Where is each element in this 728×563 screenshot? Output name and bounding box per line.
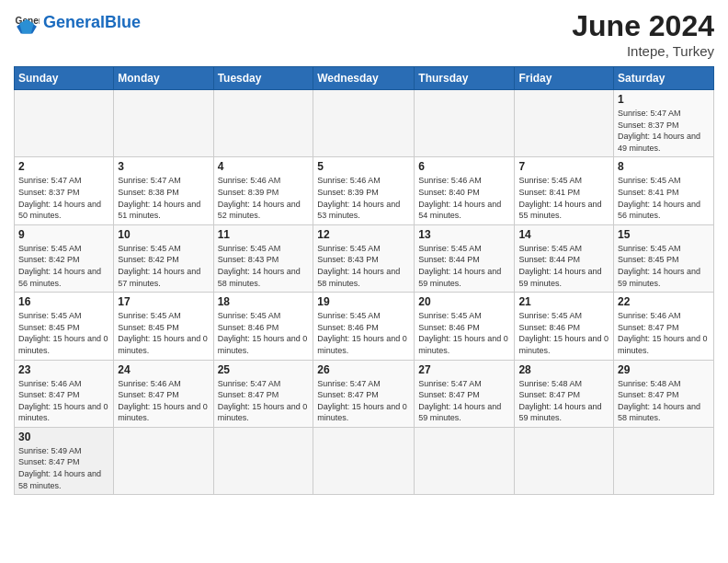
location-title: Intepe, Turkey [572, 43, 714, 59]
calendar-week-row: 30Sunrise: 5:49 AM Sunset: 8:47 PM Dayli… [15, 427, 714, 494]
day-info: Sunrise: 5:45 AM Sunset: 8:46 PM Dayligh… [218, 310, 310, 356]
day-number: 21 [518, 295, 609, 308]
header-thursday: Thursday [415, 67, 515, 90]
calendar-day-cell: 6Sunrise: 5:46 AM Sunset: 8:40 PM Daylig… [415, 157, 515, 224]
day-info: Sunrise: 5:45 AM Sunset: 8:42 PM Dayligh… [118, 243, 209, 289]
day-info: Sunrise: 5:45 AM Sunset: 8:46 PM Dayligh… [518, 310, 609, 356]
calendar-day-cell [313, 90, 415, 157]
calendar-day-cell: 17Sunrise: 5:45 AM Sunset: 8:45 PM Dayli… [114, 293, 213, 360]
logo: General GeneralBlue [14, 9, 141, 35]
day-number: 10 [118, 228, 209, 241]
calendar-day-cell: 20Sunrise: 5:45 AM Sunset: 8:46 PM Dayli… [415, 293, 515, 360]
day-number: 12 [317, 228, 410, 241]
day-info: Sunrise: 5:48 AM Sunset: 8:47 PM Dayligh… [518, 378, 609, 424]
calendar-week-row: 23Sunrise: 5:46 AM Sunset: 8:47 PM Dayli… [15, 360, 714, 427]
header-sunday: Sunday [15, 67, 114, 90]
day-info: Sunrise: 5:49 AM Sunset: 8:47 PM Dayligh… [18, 445, 109, 491]
calendar-week-row: 9Sunrise: 5:45 AM Sunset: 8:42 PM Daylig… [15, 224, 714, 292]
day-number: 24 [118, 363, 209, 376]
calendar-day-cell: 29Sunrise: 5:48 AM Sunset: 8:47 PM Dayli… [614, 360, 714, 427]
day-number: 2 [18, 160, 109, 173]
calendar-day-cell: 4Sunrise: 5:46 AM Sunset: 8:39 PM Daylig… [213, 157, 313, 224]
day-info: Sunrise: 5:45 AM Sunset: 8:44 PM Dayligh… [418, 243, 510, 289]
calendar-day-cell: 7Sunrise: 5:45 AM Sunset: 8:41 PM Daylig… [515, 157, 614, 224]
day-info: Sunrise: 5:45 AM Sunset: 8:45 PM Dayligh… [18, 310, 109, 356]
calendar-week-row: 1Sunrise: 5:47 AM Sunset: 8:37 PM Daylig… [15, 90, 714, 157]
day-number: 11 [218, 228, 310, 241]
day-number: 22 [618, 295, 710, 308]
day-number: 16 [18, 295, 109, 308]
generalblue-logo-icon: General [14, 9, 40, 35]
calendar-day-cell: 30Sunrise: 5:49 AM Sunset: 8:47 PM Dayli… [15, 427, 114, 494]
calendar-day-cell [415, 90, 515, 157]
calendar-day-cell: 14Sunrise: 5:45 AM Sunset: 8:44 PM Dayli… [515, 224, 614, 292]
day-info: Sunrise: 5:45 AM Sunset: 8:41 PM Dayligh… [518, 175, 609, 221]
calendar-day-cell: 2Sunrise: 5:47 AM Sunset: 8:37 PM Daylig… [15, 157, 114, 224]
day-info: Sunrise: 5:46 AM Sunset: 8:39 PM Dayligh… [317, 175, 410, 221]
calendar-day-cell: 18Sunrise: 5:45 AM Sunset: 8:46 PM Dayli… [213, 293, 313, 360]
calendar-day-cell: 3Sunrise: 5:47 AM Sunset: 8:38 PM Daylig… [114, 157, 213, 224]
calendar-day-cell: 10Sunrise: 5:45 AM Sunset: 8:42 PM Dayli… [114, 224, 213, 292]
day-number: 1 [618, 93, 710, 106]
title-block: June 2024 Intepe, Turkey [572, 9, 714, 59]
calendar-day-cell [15, 90, 114, 157]
header-tuesday: Tuesday [213, 67, 313, 90]
day-number: 9 [18, 228, 109, 241]
day-number: 6 [418, 160, 510, 173]
day-info: Sunrise: 5:45 AM Sunset: 8:42 PM Dayligh… [18, 243, 109, 289]
day-info: Sunrise: 5:47 AM Sunset: 8:47 PM Dayligh… [218, 378, 310, 424]
calendar-week-row: 2Sunrise: 5:47 AM Sunset: 8:37 PM Daylig… [15, 157, 714, 224]
calendar-day-cell [614, 427, 714, 494]
day-number: 18 [218, 295, 310, 308]
calendar-day-cell [313, 427, 415, 494]
calendar-day-cell: 23Sunrise: 5:46 AM Sunset: 8:47 PM Dayli… [15, 360, 114, 427]
day-info: Sunrise: 5:45 AM Sunset: 8:45 PM Dayligh… [118, 310, 209, 356]
day-number: 3 [118, 160, 209, 173]
calendar-day-cell [114, 427, 213, 494]
day-info: Sunrise: 5:45 AM Sunset: 8:41 PM Dayligh… [618, 175, 710, 221]
day-number: 26 [317, 363, 410, 376]
day-info: Sunrise: 5:47 AM Sunset: 8:47 PM Dayligh… [317, 378, 410, 424]
day-number: 5 [317, 160, 410, 173]
day-info: Sunrise: 5:46 AM Sunset: 8:40 PM Dayligh… [418, 175, 510, 221]
day-info: Sunrise: 5:45 AM Sunset: 8:44 PM Dayligh… [518, 243, 609, 289]
day-number: 30 [18, 431, 109, 443]
calendar-day-cell: 21Sunrise: 5:45 AM Sunset: 8:46 PM Dayli… [515, 293, 614, 360]
day-info: Sunrise: 5:45 AM Sunset: 8:46 PM Dayligh… [317, 310, 410, 356]
day-info: Sunrise: 5:46 AM Sunset: 8:47 PM Dayligh… [118, 378, 209, 424]
page: General GeneralBlue June 2024 Intepe, Tu… [0, 0, 728, 509]
logo-blue: Blue [105, 13, 141, 31]
day-number: 23 [18, 363, 109, 376]
calendar-day-cell [515, 427, 614, 494]
day-info: Sunrise: 5:46 AM Sunset: 8:47 PM Dayligh… [618, 310, 710, 356]
day-number: 15 [618, 228, 710, 241]
calendar-day-cell: 11Sunrise: 5:45 AM Sunset: 8:43 PM Dayli… [213, 224, 313, 292]
day-number: 8 [618, 160, 710, 173]
calendar-day-cell [415, 427, 515, 494]
calendar-day-cell: 27Sunrise: 5:47 AM Sunset: 8:47 PM Dayli… [415, 360, 515, 427]
day-info: Sunrise: 5:46 AM Sunset: 8:47 PM Dayligh… [18, 378, 109, 424]
calendar-day-cell: 19Sunrise: 5:45 AM Sunset: 8:46 PM Dayli… [313, 293, 415, 360]
calendar-week-row: 16Sunrise: 5:45 AM Sunset: 8:45 PM Dayli… [15, 293, 714, 360]
day-info: Sunrise: 5:47 AM Sunset: 8:37 PM Dayligh… [618, 108, 710, 154]
calendar-day-cell: 16Sunrise: 5:45 AM Sunset: 8:45 PM Dayli… [15, 293, 114, 360]
day-info: Sunrise: 5:45 AM Sunset: 8:46 PM Dayligh… [418, 310, 510, 356]
calendar-day-cell: 22Sunrise: 5:46 AM Sunset: 8:47 PM Dayli… [614, 293, 714, 360]
calendar-day-cell: 12Sunrise: 5:45 AM Sunset: 8:43 PM Dayli… [313, 224, 415, 292]
day-info: Sunrise: 5:47 AM Sunset: 8:37 PM Dayligh… [18, 175, 109, 221]
day-info: Sunrise: 5:47 AM Sunset: 8:47 PM Dayligh… [418, 378, 510, 424]
calendar-day-cell [114, 90, 213, 157]
calendar-day-cell [213, 427, 313, 494]
day-number: 25 [218, 363, 310, 376]
day-number: 17 [118, 295, 209, 308]
header-friday: Friday [515, 67, 614, 90]
day-number: 19 [317, 295, 410, 308]
day-number: 7 [518, 160, 609, 173]
day-info: Sunrise: 5:45 AM Sunset: 8:43 PM Dayligh… [317, 243, 410, 289]
calendar-day-cell: 8Sunrise: 5:45 AM Sunset: 8:41 PM Daylig… [614, 157, 714, 224]
calendar-day-cell: 28Sunrise: 5:48 AM Sunset: 8:47 PM Dayli… [515, 360, 614, 427]
day-info: Sunrise: 5:45 AM Sunset: 8:43 PM Dayligh… [218, 243, 310, 289]
calendar-day-cell: 25Sunrise: 5:47 AM Sunset: 8:47 PM Dayli… [213, 360, 313, 427]
logo-general: General [43, 13, 105, 31]
calendar-table: Sunday Monday Tuesday Wednesday Thursday… [14, 66, 714, 495]
